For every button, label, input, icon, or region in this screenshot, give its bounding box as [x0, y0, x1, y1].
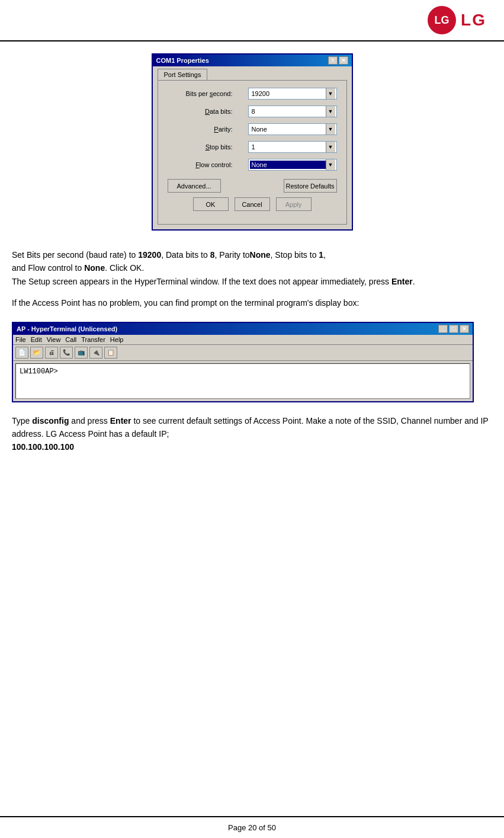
bits-per-second-label: Bits per second: [168, 90, 233, 97]
p1-baud: 19200 [138, 250, 161, 260]
hyper-terminal-screenshot: AP - HyperTerminal (Unlicensed) _ □ ✕ Fi… [12, 322, 492, 402]
hyper-terminal-window: AP - HyperTerminal (Unlicensed) _ □ ✕ Fi… [12, 322, 474, 402]
lg-logo-circle: LG [428, 6, 456, 34]
menu-file[interactable]: File [15, 336, 26, 343]
flow-control-combo[interactable]: None ▼ [248, 159, 337, 171]
p1-stop: 1 [319, 250, 323, 260]
flow-control-arrow[interactable]: ▼ [326, 159, 335, 170]
dialog-title-bar: COM1 Properties ? ✕ [153, 55, 352, 66]
toolbar-print-btn[interactable]: 🖨 [45, 347, 58, 359]
menu-transfer[interactable]: Transfer [81, 336, 105, 343]
dialog-title: COM1 Properties [156, 57, 209, 64]
dialog-screenshot: COM1 Properties ? ✕ Port Settings Bits p… [12, 53, 492, 231]
p1-mid1: , Data bits to [161, 250, 210, 260]
toolbar-send-btn[interactable]: 📋 [104, 347, 117, 359]
bits-per-second-combo[interactable]: 19200 ▼ [248, 88, 337, 100]
dialog-title-buttons: ? ✕ [328, 56, 348, 65]
com1-properties-dialog: COM1 Properties ? ✕ Port Settings Bits p… [152, 53, 353, 231]
menu-edit[interactable]: Edit [31, 336, 42, 343]
parity-row: Parity: None ▼ [168, 123, 337, 135]
dialog-action-buttons: OK Cancel Apply [168, 197, 337, 217]
flow-control-label: Flow control: [168, 161, 233, 168]
hyper-minimize-button[interactable]: _ [438, 325, 448, 333]
dialog-body: Bits per second: 19200 ▼ Data bits: 8 ▼ [158, 80, 347, 225]
stop-bits-arrow[interactable]: ▼ [326, 142, 335, 152]
p3-text: The Setup screen appears in the HyperTer… [12, 277, 391, 286]
hyper-maximize-button[interactable]: □ [449, 325, 458, 333]
paragraph-5: Type disconfig and press Enter to see cu… [12, 414, 492, 454]
main-content: COM1 Properties ? ✕ Port Settings Bits p… [0, 41, 504, 474]
lg-logo-text: LG [461, 11, 486, 30]
advanced-button[interactable]: Advanced... [168, 179, 221, 193]
menu-call[interactable]: Call [65, 336, 76, 343]
hyper-title-buttons: _ □ ✕ [438, 325, 469, 333]
tab-bar: Port Settings [153, 66, 352, 80]
stop-bits-value: 1 [250, 143, 326, 151]
p3-end: . [413, 277, 415, 286]
p5-mid: and press [69, 416, 110, 426]
apply-button[interactable]: Apply [276, 197, 312, 211]
paragraph-4: If the Access Point has no problem, you … [12, 296, 492, 309]
footer-text: Page 20 of 50 [228, 823, 276, 832]
toolbar-open-btn[interactable]: 📂 [30, 347, 43, 359]
p2-text: and Flow control to [12, 263, 84, 273]
stop-bits-label: Stop bits: [168, 143, 233, 151]
paragraph-1: Set Bits per second (baud rate) to 19200… [12, 248, 492, 288]
bits-per-second-row: Bits per second: 19200 ▼ [168, 88, 337, 100]
data-bits-arrow[interactable]: ▼ [326, 106, 335, 117]
stop-bits-combo[interactable]: 1 ▼ [248, 141, 337, 153]
p4-text: If the Access Point has no problem, you … [12, 298, 359, 308]
port-settings-tab[interactable]: Port Settings [158, 69, 208, 80]
menu-view[interactable]: View [47, 336, 61, 343]
lg-logo: LG LG [428, 6, 486, 34]
toolbar-connect-btn[interactable]: 🔌 [89, 347, 102, 359]
p1-parity: None [250, 250, 271, 260]
p2-flow: None [84, 263, 105, 273]
help-button[interactable]: ? [328, 56, 338, 65]
data-bits-value: 8 [250, 107, 326, 116]
data-bits-label: Data bits: [168, 108, 233, 115]
p5-cmd: disconfig [32, 416, 69, 426]
bits-per-second-arrow[interactable]: ▼ [326, 88, 335, 99]
cancel-button[interactable]: Cancel [235, 197, 270, 211]
ok-button[interactable]: OK [193, 197, 229, 211]
toolbar-new-btn[interactable]: 📄 [15, 347, 28, 359]
hyper-title-bar: AP - HyperTerminal (Unlicensed) _ □ ✕ [13, 323, 473, 335]
p2-end: . Click OK. [105, 263, 144, 273]
toolbar-disconnect-btn[interactable]: 📺 [75, 347, 88, 359]
dialog-secondary-buttons: Advanced... Restore Defaults [168, 177, 337, 197]
parity-arrow[interactable]: ▼ [326, 124, 335, 135]
data-bits-row: Data bits: 8 ▼ [168, 105, 337, 117]
data-bits-combo[interactable]: 8 ▼ [248, 105, 337, 117]
flow-control-row: Flow control: None ▼ [168, 159, 337, 171]
p1-pre: Set Bits per second (baud rate) to [12, 250, 138, 260]
hyper-title: AP - HyperTerminal (Unlicensed) [17, 325, 117, 332]
bits-per-second-value: 19200 [250, 89, 326, 98]
parity-combo[interactable]: None ▼ [248, 123, 337, 135]
close-button[interactable]: ✕ [339, 56, 348, 65]
parity-label: Parity: [168, 126, 233, 133]
hyper-menu-bar: File Edit View Call Transfer Help [13, 335, 473, 345]
menu-help[interactable]: Help [110, 336, 124, 343]
hyper-prompt: LW1100AP> [20, 367, 58, 376]
hyper-toolbar: 📄 📂 🖨 📞 📺 🔌 📋 [13, 345, 473, 361]
parity-value: None [250, 125, 326, 133]
page-footer: Page 20 of 50 [0, 816, 504, 838]
hyper-close-button[interactable]: ✕ [460, 325, 469, 333]
stop-bits-row: Stop bits: 1 ▼ [168, 141, 337, 153]
hyper-terminal-area: LW1100AP> [15, 363, 470, 399]
p1-end: , [323, 250, 326, 260]
flow-control-value: None [250, 161, 326, 169]
p3-enter: Enter [391, 277, 413, 286]
restore-defaults-button[interactable]: Restore Defaults [284, 179, 337, 193]
p1-mid3: , Stop bits to [271, 250, 319, 260]
page-header: LG LG [0, 0, 504, 41]
p5-enter: Enter [110, 416, 131, 426]
p5-ip: 100.100.100.100 [12, 442, 74, 452]
p1-mid2: , Parity to [214, 250, 249, 260]
toolbar-call-btn[interactable]: 📞 [60, 347, 73, 359]
p5-pre: Type [12, 416, 32, 426]
